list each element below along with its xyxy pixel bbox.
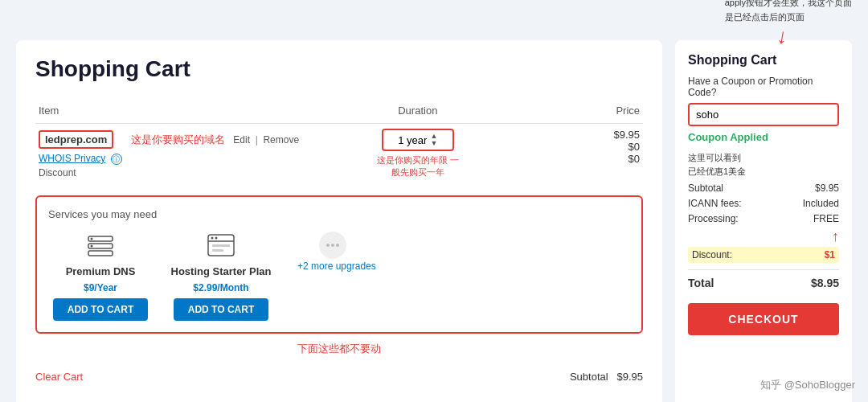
footer-subtotal: Subtotal $9.95 [570, 371, 643, 383]
page-title: Shopping Cart [35, 56, 643, 82]
icann-label: ICANN fees: [688, 198, 742, 209]
services-title: Services you may need [48, 208, 630, 220]
total-row: Total $8.95 [688, 277, 839, 289]
processing-label: Processing: [688, 213, 739, 224]
whois-privacy-link[interactable]: WHOIS Privacy [39, 153, 105, 164]
duration-value: 1 year [398, 134, 427, 146]
icann-value: Included [803, 198, 839, 209]
svg-rect-9 [212, 244, 230, 247]
coupon-clear-icon[interactable]: ✕ [837, 105, 839, 125]
discount-value: $1 [825, 249, 835, 260]
svg-point-14 [336, 244, 339, 247]
svg-point-13 [331, 244, 334, 247]
processing-row: Processing: FREE [688, 213, 839, 224]
svg-point-12 [326, 244, 330, 247]
more-upgrades-area: +2 more upgrades [289, 230, 376, 272]
more-upgrades-link[interactable]: +2 more upgrades [297, 260, 376, 272]
whois-price: $0 [469, 141, 640, 153]
cart-table: Item Duration Price ledprep.com 这是你要购买的域… [35, 98, 643, 186]
checkout-button[interactable]: CHECKOUT [688, 303, 839, 335]
icann-row: ICANN fees: Included [688, 198, 839, 209]
svg-point-4 [91, 244, 93, 247]
more-icon [317, 230, 348, 260]
domain-name: ledprep.com [39, 130, 113, 149]
svg-point-8 [215, 236, 218, 239]
total-label: Total [688, 277, 714, 289]
whois-info-icon[interactable]: ⓘ [111, 154, 122, 165]
sidebar-discount-annotation: 这里可以看到 已经优惠1美金 [688, 151, 839, 178]
watermark: 知乎 @SohoBlogger [760, 378, 855, 392]
duration-select[interactable]: 1 year ▲ ▼ [382, 129, 454, 151]
coupon-label: Have a Coupon or Promotion Code? [688, 76, 839, 98]
services-box: Services you may need Premium DNS $9/Yea… [35, 195, 643, 334]
dns-price: $9/Year [84, 282, 117, 293]
annotation-bottom: 下面这些都不要动 [35, 342, 643, 356]
services-grid: Premium DNS $9/Year Add to Cart Hosting … [48, 230, 630, 321]
duration-annotation: 这是你购买的年限 一般先购买一年 [373, 154, 463, 179]
total-value: $8.95 [811, 277, 839, 289]
premium-dns-card: Premium DNS $9/Year Add to Cart [48, 230, 153, 321]
add-dns-button[interactable]: Add to Cart [53, 298, 148, 321]
clear-cart-link[interactable]: Clear Cart [35, 371, 83, 383]
duration-arrows[interactable]: ▲ ▼ [430, 133, 437, 147]
discount-label: Discount [39, 167, 76, 178]
main-content: Shopping Cart Item Duration Price ledpre… [16, 40, 662, 402]
discount-price: $0 [469, 153, 640, 165]
sidebar: 填入SOHO 优惠码 填入后记得要点击右边的蓝色 apply按钮才会生效，我这个… [675, 40, 852, 402]
svg-point-7 [211, 236, 214, 239]
cart-item-row: ledprep.com 这是你要购买的域名 Edit | Remove WHOI… [35, 124, 643, 186]
domain-annotation: 这是你要购买的域名 [131, 133, 225, 147]
dns-icon [85, 230, 116, 260]
callout-arrow-icon: ↓ [775, 23, 789, 50]
col-price: Price [466, 98, 643, 124]
processing-value: FREE [813, 213, 839, 224]
callout-text: 填入SOHO 优惠码 填入后记得要点击右边的蓝色 apply按钮才会生效，我这个… [725, 0, 852, 24]
discount-arrow-icon: ↑ [688, 228, 839, 245]
discount-label: Discount: [692, 249, 732, 260]
svg-rect-2 [88, 251, 113, 256]
edit-link[interactable]: Edit [233, 134, 250, 146]
cart-footer: Clear Cart Subtotal $9.95 [35, 364, 643, 383]
col-duration: Duration [370, 98, 466, 124]
svg-rect-10 [212, 249, 223, 252]
discount-row: Discount: $1 [688, 247, 839, 263]
dns-name: Premium DNS [66, 265, 136, 277]
subtotal-value: $9.95 [815, 183, 839, 194]
col-item: Item [35, 98, 370, 124]
remove-link[interactable]: Remove [263, 134, 299, 146]
sidebar-title: Shopping Cart [688, 53, 839, 68]
subtotal-label: Subtotal [688, 183, 723, 194]
hosting-card: Hosting Starter Plan $2.99/Month Add to … [169, 230, 273, 321]
hosting-price: $2.99/Month [193, 282, 248, 293]
hosting-icon [206, 230, 236, 260]
add-hosting-button[interactable]: Add to Cart [174, 298, 268, 321]
edit-remove-links: Edit | Remove [233, 134, 299, 146]
coupon-input[interactable] [690, 105, 837, 125]
coupon-input-wrap: ✕ [688, 103, 839, 126]
svg-point-3 [91, 237, 93, 240]
subtotal-row: Subtotal $9.95 [688, 183, 839, 194]
coupon-applied-label: Coupon Applied [688, 131, 839, 143]
hosting-name: Hosting Starter Plan [171, 265, 272, 277]
item-price: $9.95 [469, 129, 640, 141]
divider [688, 269, 839, 270]
